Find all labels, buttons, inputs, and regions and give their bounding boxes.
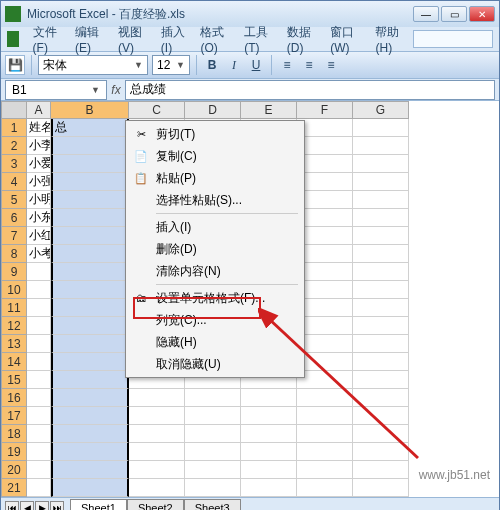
cell-F7[interactable] <box>297 227 353 245</box>
row-header-2[interactable]: 2 <box>1 137 27 155</box>
cell-F1[interactable] <box>297 119 353 137</box>
fx-icon[interactable]: fx <box>107 83 125 97</box>
cell-B5[interactable] <box>51 191 129 209</box>
tab-prev-button[interactable]: ◀ <box>20 501 34 511</box>
cell-G11[interactable] <box>353 299 409 317</box>
tab-next-button[interactable]: ▶ <box>35 501 49 511</box>
ctx-paste-special[interactable]: 选择性粘贴(S)... <box>128 189 302 211</box>
cell-C21[interactable] <box>129 479 185 497</box>
cell-B8[interactable] <box>51 245 129 263</box>
cell-A5[interactable]: 小明 <box>27 191 51 209</box>
select-all-corner[interactable] <box>1 101 27 119</box>
col-header-D[interactable]: D <box>185 101 241 119</box>
cell-B20[interactable] <box>51 461 129 479</box>
cell-F2[interactable] <box>297 137 353 155</box>
cell-B18[interactable] <box>51 425 129 443</box>
menu-view[interactable]: 视图(V) <box>112 22 153 57</box>
cell-D19[interactable] <box>185 443 241 461</box>
cell-F21[interactable] <box>297 479 353 497</box>
cell-B17[interactable] <box>51 407 129 425</box>
cell-A17[interactable] <box>27 407 51 425</box>
cell-G18[interactable] <box>353 425 409 443</box>
help-search-input[interactable] <box>413 30 493 48</box>
cell-D20[interactable] <box>185 461 241 479</box>
cell-G17[interactable] <box>353 407 409 425</box>
row-header-6[interactable]: 6 <box>1 209 27 227</box>
col-header-B[interactable]: B <box>51 101 129 119</box>
cell-F17[interactable] <box>297 407 353 425</box>
cell-F16[interactable] <box>297 389 353 407</box>
maximize-button[interactable]: ▭ <box>441 6 467 22</box>
cell-D21[interactable] <box>185 479 241 497</box>
cell-B15[interactable] <box>51 371 129 389</box>
cell-A18[interactable] <box>27 425 51 443</box>
row-header-20[interactable]: 20 <box>1 461 27 479</box>
name-box[interactable]: B1 ▼ <box>5 80 107 100</box>
ctx-delete[interactable]: 删除(D) <box>128 238 302 260</box>
row-header-18[interactable]: 18 <box>1 425 27 443</box>
formula-input[interactable]: 总成绩 <box>125 80 495 100</box>
cell-A16[interactable] <box>27 389 51 407</box>
cell-E16[interactable] <box>241 389 297 407</box>
align-right-button[interactable]: ≡ <box>322 55 340 75</box>
sheet-tab-2[interactable]: Sheet2 <box>127 499 184 510</box>
cell-B14[interactable] <box>51 353 129 371</box>
cell-A19[interactable] <box>27 443 51 461</box>
cell-F3[interactable] <box>297 155 353 173</box>
cell-F12[interactable] <box>297 317 353 335</box>
col-header-G[interactable]: G <box>353 101 409 119</box>
row-header-8[interactable]: 8 <box>1 245 27 263</box>
cell-A4[interactable]: 小强 <box>27 173 51 191</box>
cell-G19[interactable] <box>353 443 409 461</box>
menu-window[interactable]: 窗口(W) <box>324 22 367 57</box>
save-button[interactable]: 💾 <box>5 55 25 75</box>
sheet-tab-1[interactable]: Sheet1 <box>70 499 127 510</box>
row-header-12[interactable]: 12 <box>1 317 27 335</box>
cell-A6[interactable]: 小东 <box>27 209 51 227</box>
ctx-insert[interactable]: 插入(I) <box>128 216 302 238</box>
cell-A2[interactable]: 小李 <box>27 137 51 155</box>
bold-button[interactable]: B <box>203 55 221 75</box>
underline-button[interactable]: U <box>247 55 265 75</box>
font-select[interactable]: 宋体 ▼ <box>38 55 148 75</box>
close-button[interactable]: ✕ <box>469 6 495 22</box>
cell-A15[interactable] <box>27 371 51 389</box>
cell-D16[interactable] <box>185 389 241 407</box>
cell-F5[interactable] <box>297 191 353 209</box>
row-header-17[interactable]: 17 <box>1 407 27 425</box>
cell-A8[interactable]: 小考 <box>27 245 51 263</box>
row-header-3[interactable]: 3 <box>1 155 27 173</box>
cell-G9[interactable] <box>353 263 409 281</box>
cell-E18[interactable] <box>241 425 297 443</box>
row-header-16[interactable]: 16 <box>1 389 27 407</box>
cell-B10[interactable] <box>51 281 129 299</box>
row-header-4[interactable]: 4 <box>1 173 27 191</box>
cell-A14[interactable] <box>27 353 51 371</box>
cell-G13[interactable] <box>353 335 409 353</box>
align-left-button[interactable]: ≡ <box>278 55 296 75</box>
cell-F8[interactable] <box>297 245 353 263</box>
cell-F6[interactable] <box>297 209 353 227</box>
cell-B4[interactable] <box>51 173 129 191</box>
cell-G7[interactable] <box>353 227 409 245</box>
cell-B19[interactable] <box>51 443 129 461</box>
menu-tools[interactable]: 工具(T) <box>238 22 278 57</box>
cell-A1[interactable]: 姓名 <box>27 119 51 137</box>
cell-F19[interactable] <box>297 443 353 461</box>
cell-G16[interactable] <box>353 389 409 407</box>
cell-A11[interactable] <box>27 299 51 317</box>
cell-B16[interactable] <box>51 389 129 407</box>
row-header-21[interactable]: 21 <box>1 479 27 497</box>
col-header-A[interactable]: A <box>27 101 51 119</box>
cell-G12[interactable] <box>353 317 409 335</box>
col-header-E[interactable]: E <box>241 101 297 119</box>
row-header-14[interactable]: 14 <box>1 353 27 371</box>
cell-B7[interactable] <box>51 227 129 245</box>
menu-insert[interactable]: 插入(I) <box>155 22 193 57</box>
cell-B12[interactable] <box>51 317 129 335</box>
row-header-13[interactable]: 13 <box>1 335 27 353</box>
cell-G5[interactable] <box>353 191 409 209</box>
cell-A3[interactable]: 小爱 <box>27 155 51 173</box>
menu-edit[interactable]: 编辑(E) <box>69 22 110 57</box>
row-header-7[interactable]: 7 <box>1 227 27 245</box>
